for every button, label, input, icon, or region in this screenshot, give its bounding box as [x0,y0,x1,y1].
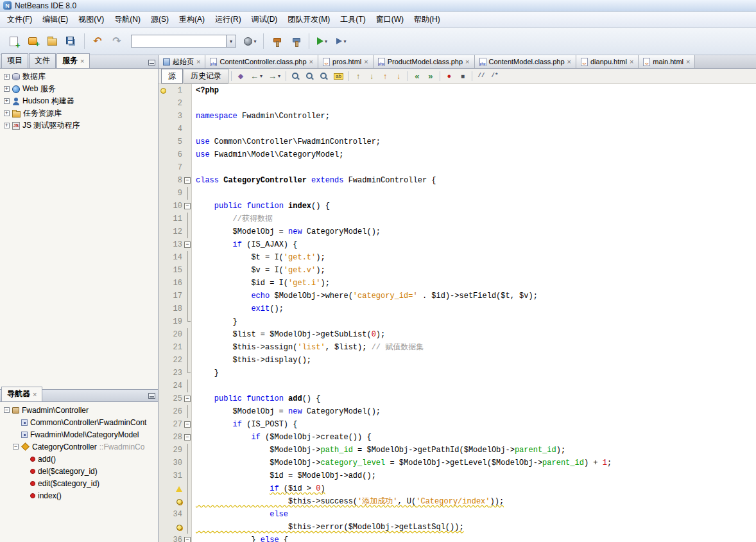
build-project-button[interactable] [268,31,286,51]
start-macro-button[interactable]: ● [443,70,456,82]
minimize-window-icon[interactable] [148,393,155,399]
navigator-item-7[interactable]: index() [0,489,158,502]
previous-bookmark-button[interactable]: ↑ [352,70,365,82]
close-icon[interactable]: × [686,58,690,66]
previous-occurrence-button[interactable]: ↑ [379,70,391,82]
close-icon[interactable]: × [630,58,633,66]
line-number[interactable]: 24 [168,380,184,392]
minimize-window-icon[interactable] [148,60,155,66]
left-panel-tab-1[interactable]: 文件 [29,53,56,68]
dropdown-arrow-icon[interactable]: ▾ [260,73,262,79]
line-number[interactable]: 5 [168,136,184,148]
expand-icon[interactable]: + [4,123,10,128]
line-number[interactable]: 29 [168,444,184,457]
history-view-button[interactable]: 历史记录 [184,69,228,83]
menu-item-6[interactable]: 运行(R) [210,12,246,28]
line-number[interactable]: 30 [168,457,184,469]
fold-toggle-icon[interactable]: − [184,434,191,441]
navigator-item-3[interactable]: −CategoryController::FwadminCo [0,441,158,453]
line-number[interactable]: 4 [168,123,184,136]
fold-toggle-icon[interactable]: − [184,203,191,209]
line-number[interactable]: 16 [168,277,184,290]
menu-item-11[interactable]: 帮助(H) [409,12,445,28]
navigator-item-5[interactable]: del($category_id) [0,465,158,477]
code-editor[interactable]: 1<?php23namespace Fwadmin\Controller;45u… [159,84,756,542]
find-previous-button[interactable] [303,70,316,82]
fold-toggle-icon[interactable]: − [184,241,191,248]
comment-button[interactable]: // [475,70,488,82]
line-number[interactable]: 25 [168,392,184,405]
collapse-icon[interactable]: − [4,407,10,413]
line-number[interactable]: 8 [168,174,184,187]
menu-item-9[interactable]: 工具(T) [335,12,370,28]
editor-tab-6[interactable]: <>main.html× [639,55,695,68]
search-dropdown-arrow-icon[interactable]: ▾ [226,35,236,48]
find-selection-button[interactable] [289,70,302,82]
line-number[interactable]: 14 [168,251,184,264]
gc-button[interactable]: ▾ [241,31,259,51]
menu-item-5[interactable]: 重构(A) [174,12,210,28]
line-number[interactable] [168,521,184,534]
navigator-item-1[interactable]: Common\Controller\FwadminCont [0,416,158,428]
fold-toggle-icon[interactable]: − [184,421,191,428]
close-icon[interactable]: × [80,57,84,65]
menu-item-10[interactable]: 窗口(W) [371,12,409,28]
debug-button[interactable]: ▾ [332,31,350,51]
editor-tab-1[interactable]: phpContentController.class.php× [205,55,318,68]
close-icon[interactable]: × [465,58,469,66]
forward-button[interactable]: →▾ [266,70,283,82]
navigator-item-0[interactable]: −Fwadmin\Controller [0,404,158,416]
clean-build-button[interactable] [287,31,305,51]
close-icon[interactable]: × [33,390,37,398]
expand-icon[interactable]: + [4,110,10,116]
find-next-button[interactable] [317,70,331,82]
editor-tab-5[interactable]: <>dianpu.html× [576,55,639,68]
line-number[interactable]: 34 [168,508,184,521]
service-item-1[interactable]: +Web 服务 [0,83,158,95]
expand-icon[interactable]: + [4,98,10,104]
last-edit-position-button[interactable]: ◆ [234,70,247,82]
fold-toggle-icon[interactable]: − [184,537,191,542]
close-icon[interactable]: × [567,58,571,66]
line-number[interactable]: 6 [168,148,184,161]
new-file-button[interactable] [4,31,22,51]
line-number[interactable]: 36 [168,534,184,542]
line-number[interactable]: 11 [168,213,184,225]
fold-toggle-icon[interactable]: − [184,396,191,402]
line-number[interactable]: 27 [168,418,184,431]
line-number[interactable] [168,482,184,495]
close-icon[interactable]: × [196,58,200,66]
navigator-item-2[interactable]: Fwadmin\Model\CategoryModel [0,428,158,441]
new-project-button[interactable] [24,31,42,51]
search-input[interactable] [131,35,226,48]
line-number[interactable]: 26 [168,405,184,418]
open-project-button[interactable] [43,31,61,51]
redo-button[interactable]: ↷ [108,31,126,51]
line-number[interactable]: 28 [168,431,184,444]
line-number[interactable]: 21 [168,341,184,354]
undo-button[interactable]: ↶ [89,31,107,51]
line-number[interactable]: 10 [168,200,184,213]
line-number[interactable]: 12 [168,225,184,238]
dropdown-arrow-icon[interactable]: ▾ [343,39,346,44]
line-number[interactable]: 31 [168,469,184,482]
dropdown-arrow-icon[interactable]: ▾ [278,73,280,79]
line-number[interactable]: 15 [168,264,184,277]
toggle-highlight-button[interactable]: ab [331,70,346,82]
line-number[interactable]: 22 [168,354,184,367]
expand-icon[interactable]: + [4,74,10,80]
navigator-item-4[interactable]: add() [0,453,158,465]
editor-tab-2[interactable]: <>pros.html× [318,55,374,68]
line-number[interactable]: 9 [168,187,184,200]
menu-item-0[interactable]: 文件(F) [2,12,37,28]
next-occurrence-button[interactable]: ↓ [392,70,405,82]
close-icon[interactable]: × [364,58,368,66]
line-number[interactable] [168,495,184,508]
expand-icon[interactable]: + [4,86,10,92]
line-number[interactable]: 20 [168,328,184,341]
close-icon[interactable]: × [309,58,313,66]
menu-item-4[interactable]: 源(S) [146,12,174,28]
save-all-button[interactable] [62,31,80,51]
menu-item-1[interactable]: 编辑(E) [37,12,73,28]
editor-tab-0[interactable]: 起始页× [159,55,205,68]
